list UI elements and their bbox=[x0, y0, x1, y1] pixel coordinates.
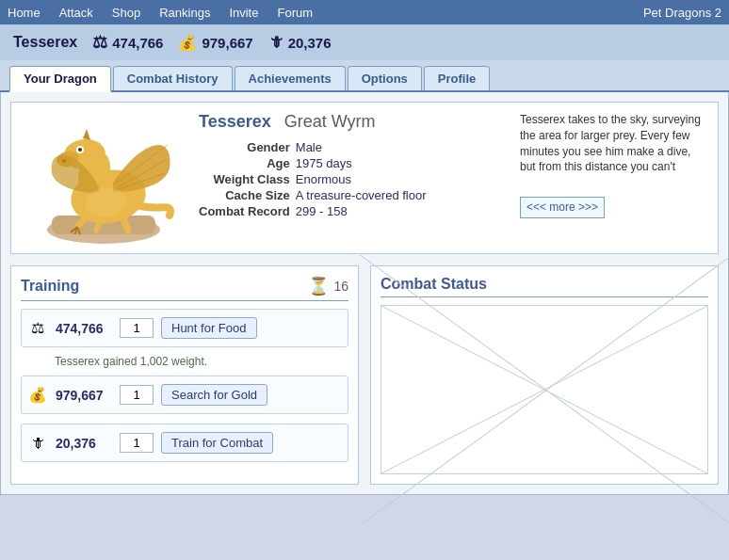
stat-weight-row: Weight Class Enormous bbox=[199, 171, 432, 187]
train-for-combat-button[interactable]: Train for Combat bbox=[161, 432, 273, 454]
gold-icon-training: 💰 bbox=[27, 385, 48, 406]
tabs-bar: Your Dragon Combat History Achievements … bbox=[0, 60, 729, 92]
nav-forum[interactable]: Forum bbox=[277, 6, 313, 20]
dragon-stats: Gender Male Age 1975 days Weight Class E… bbox=[199, 139, 507, 219]
tab-profile[interactable]: Profile bbox=[424, 66, 490, 90]
training-header: Training ⏳ 16 bbox=[21, 276, 348, 301]
food-amount: 474,766 bbox=[56, 321, 112, 336]
tab-your-dragon[interactable]: Your Dragon bbox=[9, 66, 111, 92]
combat-amount: 20,376 bbox=[56, 436, 112, 451]
age-label: Age bbox=[199, 155, 296, 171]
nav-shop[interactable]: Shop bbox=[112, 6, 140, 20]
balance-icon: ⚖ bbox=[92, 32, 107, 53]
training-row-gold: 💰 979,667 Search for Gold bbox=[21, 376, 348, 414]
stat-combat-row: Combat Record 299 - 158 bbox=[199, 203, 432, 219]
hunt-for-food-button[interactable]: Hunt for Food bbox=[161, 317, 257, 339]
svg-marker-8 bbox=[83, 129, 90, 140]
combat-record-label: Combat Record bbox=[199, 203, 296, 219]
dragon-image bbox=[28, 112, 179, 244]
age-value: 1975 days bbox=[296, 155, 432, 171]
svg-point-7 bbox=[78, 148, 82, 152]
training-title: Training bbox=[21, 278, 79, 295]
search-for-gold-button[interactable]: Search for Gold bbox=[161, 384, 267, 406]
tab-options[interactable]: Options bbox=[348, 66, 422, 90]
stat-cache-row: Cache Size A treasure-covered floor bbox=[199, 187, 432, 203]
balance-icon-food: ⚖ bbox=[27, 318, 48, 339]
combat-status-placeholder bbox=[381, 305, 708, 474]
gold-amount: 979,667 bbox=[56, 388, 112, 403]
training-timer: ⏳ 16 bbox=[308, 276, 348, 296]
food-quantity-input[interactable] bbox=[120, 318, 154, 338]
header-balance-stat: ⚖ 474,766 bbox=[92, 32, 163, 53]
combat-status-panel: Combat Status bbox=[370, 265, 719, 485]
header-bar: Tesserex ⚖ 474,766 💰 979,667 🗡 20,376 bbox=[0, 24, 729, 60]
dragon-desc-text: Tesserex takes to the sky, surveying the… bbox=[520, 113, 701, 173]
sword-icon-training: 🗡 bbox=[27, 433, 48, 454]
gender-label: Gender bbox=[199, 139, 296, 155]
weight-value: Enormous bbox=[296, 171, 432, 187]
tab-achievements[interactable]: Achievements bbox=[235, 66, 346, 90]
lower-section: Training ⏳ 16 ⚖ 474,766 Hunt for Food Te… bbox=[10, 265, 719, 485]
training-row-combat: 🗡 20,376 Train for Combat bbox=[21, 424, 348, 462]
combat-record-value: 299 - 158 bbox=[296, 203, 432, 219]
dragon-description: Tesserex takes to the sky, surveying the… bbox=[520, 112, 708, 244]
dragon-image-container bbox=[21, 112, 186, 244]
hourglass-icon: ⏳ bbox=[308, 276, 329, 296]
gold-quantity-input[interactable] bbox=[120, 385, 154, 405]
timer-value: 16 bbox=[333, 279, 348, 294]
combat-placeholder-x bbox=[381, 306, 707, 473]
food-training-note: Tesserex gained 1,002 weight. bbox=[21, 355, 348, 372]
more-button[interactable]: <<< more >>> bbox=[520, 197, 605, 218]
dragon-info-panel: Tesserex Great Wyrm Gender Male Age 1975… bbox=[10, 102, 719, 254]
stat-age-row: Age 1975 days bbox=[199, 155, 432, 171]
combat-status-header: Combat Status bbox=[381, 276, 708, 297]
nav-home[interactable]: Home bbox=[8, 6, 40, 20]
header-gold: 979,667 bbox=[202, 35, 252, 51]
nav-pet-dragons-2[interactable]: Pet Dragons 2 bbox=[643, 6, 721, 20]
cache-value: A treasure-covered floor bbox=[296, 187, 432, 203]
top-nav: Home Attack Shop Rankings Invite Forum P… bbox=[0, 0, 729, 24]
gender-value: Male bbox=[296, 139, 432, 155]
header-balance: 474,766 bbox=[112, 35, 163, 51]
nav-rankings[interactable]: Rankings bbox=[159, 6, 210, 20]
stat-gender-row: Gender Male bbox=[199, 139, 432, 155]
training-panel: Training ⏳ 16 ⚖ 474,766 Hunt for Food Te… bbox=[10, 265, 359, 485]
tab-combat-history[interactable]: Combat History bbox=[113, 66, 233, 90]
combat-status-title: Combat Status bbox=[381, 276, 487, 293]
nav-attack[interactable]: Attack bbox=[59, 6, 93, 20]
header-gold-stat: 💰 979,667 bbox=[178, 34, 252, 52]
cache-label: Cache Size bbox=[199, 187, 296, 203]
combat-quantity-input[interactable] bbox=[120, 433, 154, 453]
gold-icon: 💰 bbox=[178, 34, 197, 52]
weight-label: Weight Class bbox=[199, 171, 296, 187]
dragon-title: Great Wyrm bbox=[284, 112, 376, 132]
training-row-food: ⚖ 474,766 Hunt for Food bbox=[21, 309, 348, 347]
svg-point-13 bbox=[62, 159, 66, 163]
dragon-details: Tesserex Great Wyrm Gender Male Age 1975… bbox=[199, 112, 507, 244]
dragon-name-row: Tesserex Great Wyrm bbox=[199, 112, 507, 132]
header-username: Tesserex bbox=[13, 34, 77, 51]
sword-icon: 🗡 bbox=[268, 34, 284, 51]
header-combat: 20,376 bbox=[288, 35, 332, 51]
header-combat-stat: 🗡 20,376 bbox=[268, 34, 332, 51]
main-content: Tesserex Great Wyrm Gender Male Age 1975… bbox=[0, 92, 729, 495]
nav-invite[interactable]: Invite bbox=[229, 6, 258, 20]
dragon-name: Tesserex bbox=[199, 112, 271, 132]
